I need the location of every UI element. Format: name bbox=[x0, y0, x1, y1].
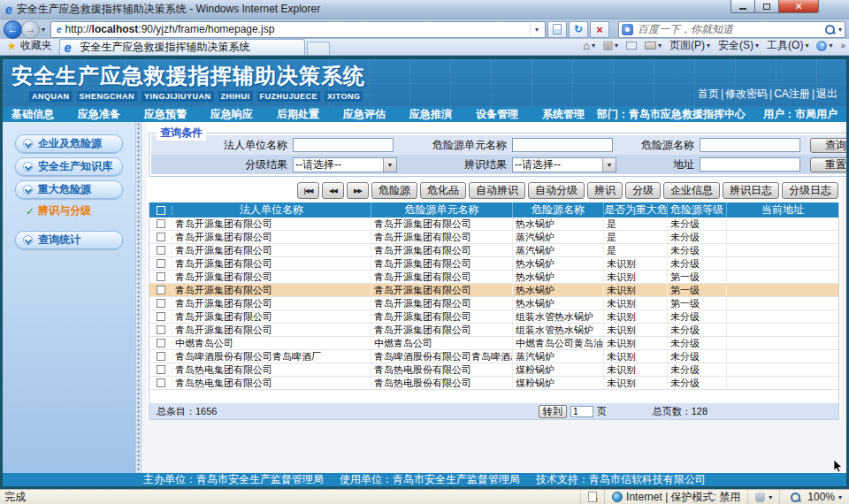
top-link-修改密码[interactable]: 修改密码 bbox=[719, 87, 768, 102]
compatibility-view-button[interactable] bbox=[547, 21, 567, 38]
sidebar-item-identify-grade[interactable]: ✓ 辨识与分级 bbox=[26, 203, 135, 218]
page-unit-label: 页 bbox=[597, 405, 607, 418]
toolbar-button[interactable]: 分级 bbox=[625, 182, 661, 199]
sidebar-splitter[interactable] bbox=[135, 122, 142, 473]
table-row[interactable]: 青岛开源集团有限公司青岛开源集团有限公司热水锅炉未识别第一级 bbox=[149, 297, 838, 310]
cell: 青岛开源集团有限公司 bbox=[172, 324, 371, 336]
row-checkbox[interactable] bbox=[157, 325, 165, 334]
search-button[interactable]: 查询 bbox=[810, 138, 849, 153]
history-dropdown-icon[interactable]: ▾ bbox=[42, 26, 45, 34]
toolbar-button[interactable]: 自动辨识 bbox=[469, 182, 525, 199]
toolbar-button[interactable]: 危险源 bbox=[371, 182, 417, 199]
table-row[interactable]: 青岛啤酒股份有限公司青岛啤酒厂青岛啤酒股份有限公司青岛啤酒厂蒸汽锅炉未识别未分级 bbox=[149, 350, 838, 363]
table-row[interactable]: 青岛开源集团有限公司青岛开源集团有限公司热水锅炉未识别未分级 bbox=[149, 257, 838, 271]
address-dropdown-icon[interactable]: ▾ bbox=[530, 22, 543, 37]
home-button[interactable]: ⌂▾ bbox=[583, 39, 595, 52]
reset-button[interactable]: 重置 bbox=[810, 157, 849, 172]
table-row[interactable]: 青岛开源集团有限公司青岛开源集团有限公司热水锅炉未识别第一级 bbox=[149, 284, 838, 297]
sidebar-group-query-stats[interactable]: 查询统计 bbox=[15, 231, 123, 249]
menu-item[interactable]: 应急预警 bbox=[144, 107, 187, 122]
table-row[interactable]: 青岛开源集团有限公司青岛开源集团有限公司组装水管热水锅炉未识别未分级 bbox=[149, 310, 838, 324]
table-row[interactable]: 青岛开源集团有限公司青岛开源集团有限公司蒸汽锅炉是未分级 bbox=[149, 231, 838, 244]
safety-menu[interactable]: 安全(S)▾ bbox=[718, 38, 759, 53]
search-box[interactable]: 百度一下，你就知道 ▾ bbox=[618, 21, 845, 38]
forward-button[interactable]: → bbox=[21, 20, 40, 39]
menu-item[interactable]: 应急评估 bbox=[343, 107, 386, 122]
page-menu[interactable]: 页面(P)▾ bbox=[669, 38, 710, 53]
table-row[interactable]: 青岛开源集团有限公司青岛开源集团有限公司热水锅炉未识别第一级 bbox=[149, 271, 838, 284]
search-dropdown-icon[interactable]: ▾ bbox=[838, 26, 842, 34]
input-hazard-name[interactable] bbox=[700, 138, 800, 152]
select-grade-result[interactable]: --请选择--▼ bbox=[293, 157, 397, 172]
menu-item[interactable]: 系统管理 bbox=[542, 107, 585, 122]
input-address[interactable] bbox=[700, 157, 800, 172]
row-checkbox[interactable] bbox=[157, 272, 165, 281]
table-row[interactable]: 青岛热电集团有限公司青岛热电股份有限公司煤粉锅炉未识别未分级 bbox=[149, 363, 838, 377]
row-checkbox[interactable] bbox=[157, 312, 165, 321]
toolbar-button[interactable]: 分级日志 bbox=[782, 182, 838, 199]
table-row[interactable]: 中燃青岛公司中燃青岛公司中燃青岛公司黄岛油库锅炉未识别未分级 bbox=[149, 337, 838, 350]
select-all-checkbox[interactable] bbox=[157, 206, 165, 215]
menu-item[interactable]: 应急准备 bbox=[78, 107, 120, 122]
status-bar: 完成 Internet | 保护模式: 禁用 ▾ 100% ▾ bbox=[0, 489, 849, 504]
table-row[interactable]: 青岛热电集团有限公司青岛热电股份有限公司煤粉锅炉未识别未分级 bbox=[149, 377, 838, 390]
row-checkbox[interactable] bbox=[157, 219, 165, 228]
menu-item[interactable]: 基础信息 bbox=[11, 107, 54, 122]
help-menu[interactable]: ?▾ bbox=[816, 41, 832, 51]
new-tab-button[interactable] bbox=[307, 42, 330, 55]
toolbar-button[interactable]: 危化品 bbox=[420, 182, 466, 199]
stop-button[interactable]: × bbox=[590, 21, 609, 38]
page-number-input[interactable] bbox=[570, 406, 593, 417]
table-row[interactable]: 青岛开源集团有限公司青岛开源集团有限公司热水锅炉是未分级 bbox=[149, 218, 838, 231]
tab-active[interactable]: e 安全生产应急救援指挥辅助决策系统 bbox=[59, 39, 305, 55]
menu-item[interactable]: 设备管理 bbox=[476, 107, 518, 122]
input-hazard-unit-name[interactable] bbox=[512, 138, 613, 152]
zoom-control[interactable]: 100% ▾ bbox=[779, 490, 849, 504]
close-button[interactable]: ✕ bbox=[779, 0, 819, 13]
maximize-button[interactable] bbox=[755, 0, 779, 13]
toolbar-button[interactable]: 自动分级 bbox=[528, 182, 585, 199]
goto-page-button[interactable]: 转到 bbox=[539, 405, 567, 418]
prev-page-button[interactable]: ◀◀ bbox=[322, 182, 344, 199]
table-row[interactable]: 青岛开源集团有限公司青岛开源集团有限公司组装水管热水锅炉未识别未分级 bbox=[149, 324, 838, 337]
next-page-button[interactable]: ▶▶ bbox=[347, 182, 369, 199]
row-checkbox[interactable] bbox=[157, 233, 165, 241]
search-magnifier-icon[interactable] bbox=[824, 24, 836, 35]
mail-button[interactable] bbox=[626, 42, 637, 50]
row-checkbox[interactable] bbox=[157, 339, 165, 347]
toolbar-button[interactable]: 企业信息 bbox=[663, 182, 720, 199]
row-checkbox[interactable] bbox=[157, 286, 165, 294]
favorites-button[interactable]: ★ 收藏夹 bbox=[4, 38, 59, 55]
sidebar-group-knowledge-base[interactable]: 安全生产知识库 bbox=[15, 157, 123, 176]
address-field[interactable]: e http://localhost:90/yjzh/frame/homepag… bbox=[50, 21, 546, 38]
toolbar-button[interactable]: 辨识日志 bbox=[723, 182, 779, 199]
menu-item[interactable]: 应急推演 bbox=[409, 107, 452, 122]
menu-item[interactable]: 后期处置 bbox=[277, 107, 319, 122]
first-page-button[interactable]: |◀◀ bbox=[297, 182, 319, 199]
sidebar-group-major-hazard[interactable]: 重大危险源 bbox=[15, 180, 123, 199]
back-button[interactable]: ← bbox=[4, 20, 22, 39]
row-checkbox[interactable] bbox=[157, 259, 165, 268]
print-button[interactable]: ▾ bbox=[645, 42, 662, 50]
table-row[interactable]: 青岛开源集团有限公司青岛开源集团有限公司蒸汽锅炉是未分级 bbox=[149, 244, 838, 257]
row-checkbox[interactable] bbox=[157, 299, 165, 308]
toolbar-button[interactable]: 辨识 bbox=[587, 182, 623, 199]
row-checkbox[interactable] bbox=[157, 246, 165, 255]
row-checkbox[interactable] bbox=[157, 378, 165, 387]
top-link-首页[interactable]: 首页 bbox=[698, 87, 719, 102]
row-checkbox[interactable] bbox=[157, 365, 165, 374]
status-protected-segment[interactable]: ▾ bbox=[747, 490, 779, 504]
cell: 未分级 bbox=[668, 324, 727, 336]
select-identify-result[interactable]: --请选择--▼ bbox=[512, 157, 616, 172]
top-link-退出[interactable]: 退出 bbox=[810, 87, 838, 102]
feeds-button[interactable]: ▾ bbox=[603, 41, 618, 50]
tools-menu[interactable]: 工具(O)▾ bbox=[767, 38, 808, 53]
row-checkbox[interactable] bbox=[157, 352, 165, 361]
sidebar-group-enterprise-hazard[interactable]: 企业及危险源 bbox=[15, 134, 123, 153]
menu-item[interactable]: 应急响应 bbox=[210, 107, 253, 122]
refresh-button[interactable]: ↻ bbox=[569, 21, 588, 38]
input-legal-unit-name[interactable] bbox=[293, 138, 394, 152]
top-link-CA注册[interactable]: CA注册 bbox=[768, 87, 810, 102]
overflow-chevron-icon[interactable]: » bbox=[840, 41, 845, 50]
minimize-button[interactable] bbox=[730, 0, 755, 13]
